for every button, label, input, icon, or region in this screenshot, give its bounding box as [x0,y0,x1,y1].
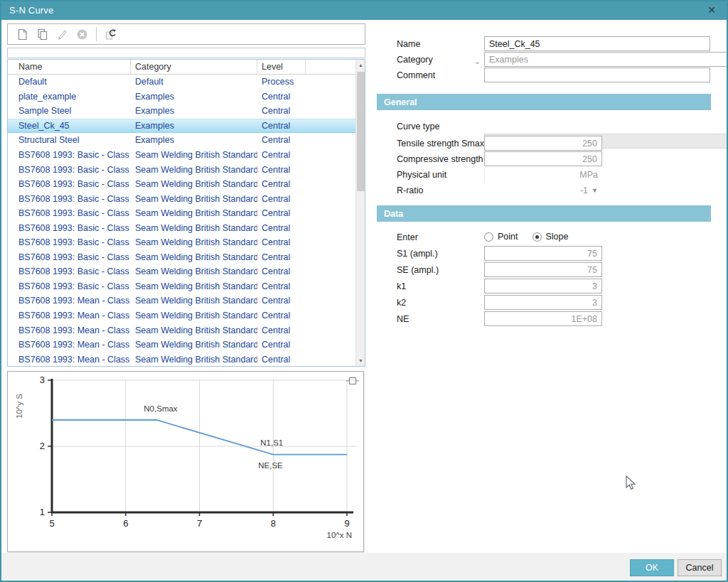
tensile-strength-input[interactable] [484,136,602,151]
refresh-library-button[interactable] [101,26,121,43]
list-scrollbar[interactable]: ▲ ▼ [355,60,365,366]
enter-radio-group: Point Slope [484,230,578,244]
compressive-field-wrap [484,151,602,166]
tensile-field-wrap [484,136,602,151]
s1-field-wrap [484,246,602,261]
fit-view-icon[interactable] [346,376,359,386]
list-item[interactable]: BS7608 1993: Basic - Class C Seam Weldin… [8,162,355,177]
new-document-icon [16,28,28,41]
svg-text:N1,S1: N1,S1 [260,438,283,447]
r-ratio-value: -1 [580,185,588,195]
list-item[interactable]: BS7608 1993: Mean - Class B Seam Welding… [8,293,355,308]
refresh-page-icon [105,28,117,41]
category-label: Category [397,52,433,68]
comment-input[interactable] [484,68,710,82]
chart-canvas: 5678912310^x N10^y SN0,SmaxN1,S1NE,SE [8,372,363,551]
point-radio[interactable] [484,232,493,242]
se-field-wrap [484,262,602,277]
delete-item-button[interactable] [72,26,92,43]
list-item[interactable]: BS7608 1993: Basic - Class W Seam Weldin… [8,250,355,265]
physical-unit-value: MPa [484,167,602,182]
list-item[interactable]: Sample Steel Examples Central [8,104,355,119]
scrollbar-thumb[interactable] [357,72,365,191]
copy-icon [36,28,48,41]
scroll-down-icon[interactable]: ▼ [356,355,365,366]
list-item[interactable]: BS7608 1993: Basic - Class E Seam Weldin… [8,191,355,206]
r-ratio-dropdown[interactable]: -1 ▼ [484,183,602,198]
s1-input[interactable] [484,246,602,261]
k2-field-wrap [484,295,602,310]
ne-label: NE [397,311,409,327]
k1-label: k1 [397,279,406,294]
svg-text:9: 9 [344,518,349,529]
general-section-header: General [377,94,711,110]
ne-field-wrap [484,311,602,326]
list-toolbar [7,23,365,45]
compressive-strength-input[interactable] [484,151,602,166]
svg-text:8: 8 [271,518,276,529]
arrow-down-icon: ▼ [592,187,598,194]
edit-item-button[interactable] [52,26,72,43]
ne-input[interactable] [484,311,602,326]
svg-text:10^x N: 10^x N [327,531,352,539]
list-item[interactable]: Steel_Ck_45 Examples Central [8,119,355,134]
svg-text:1: 1 [40,507,45,517]
mouse-cursor [623,475,637,492]
slope-radio-label[interactable]: Slope [546,232,569,242]
curve-type-label: Curve type [397,119,439,134]
list-item[interactable]: BS7608 1993: Mean - Class E Seam Welding… [8,338,355,352]
comment-field-wrap [484,68,710,82]
column-header-level[interactable]: Level [257,60,306,74]
enter-label: Enter [397,230,418,245]
svg-text:6: 6 [123,518,128,529]
se-input[interactable] [484,262,602,277]
point-radio-label[interactable]: Point [498,232,518,242]
list-item[interactable]: BS7608 1993: Mean - Class C Seam Welding… [8,308,355,323]
column-header-name[interactable]: Name [8,60,131,74]
category-input[interactable] [484,52,728,67]
list-item[interactable]: Structural Steel Examples Central [8,133,355,148]
titlebar: S-N Curve ✕ [0,0,728,20]
cancel-button[interactable]: Cancel [678,559,722,576]
svg-text:N0,Smax: N0,Smax [144,404,178,413]
dialog-footer: OK Cancel [0,553,728,582]
list-item[interactable]: plate_example Examples Central [8,90,355,104]
category-combo[interactable]: ⌄ [484,55,728,65]
list-item[interactable]: BS7608 1993: Basic - Class D Seam Weldin… [8,177,355,192]
list-item[interactable]: BS7608 1993: Basic - Class T Seam Weldin… [8,279,355,294]
copy-item-button[interactable] [32,26,52,43]
column-header-category[interactable]: Category [131,60,257,74]
list-item[interactable]: BS7608 1993: Mean - Class D Seam Welding… [8,323,355,338]
k2-label: k2 [397,295,406,311]
svg-text:10^y S: 10^y S [15,394,23,419]
name-field-wrap [484,36,710,51]
list-header: Name Category Level [8,60,365,75]
list-item[interactable]: BS7608 1993: Mean - Class F Seam Welding… [8,352,355,366]
list-item[interactable]: BS7608 1993: Basic - Class F Seam Weldin… [8,206,355,221]
list-item[interactable]: BS7608 1993: Basic - Class G Seam Weldin… [8,235,355,250]
list-item[interactable]: BS7608 1993: Basic - Class F2 Seam Weldi… [8,220,355,235]
new-item-button[interactable] [12,26,32,43]
sn-curve-list: Name Category Level Default Default Proc… [7,59,365,367]
comment-label: Comment [397,68,435,83]
delete-circle-icon [76,28,88,41]
list-item[interactable]: Default Default Process [8,75,355,90]
svg-text:NE,SE: NE,SE [258,461,283,470]
toolbar-separator [96,27,97,41]
scroll-up-icon[interactable]: ▲ [356,60,365,70]
data-section-header: Data [377,205,711,222]
s1-label: S1 (ampl.) [397,246,438,262]
ok-button[interactable]: OK [630,559,674,576]
slope-radio[interactable] [532,232,542,242]
k2-input[interactable] [484,295,602,310]
list-item[interactable]: BS7608 1993: Basic - Class S Seam Weldin… [8,264,355,279]
svg-text:3: 3 [40,374,45,385]
se-label: SE (ampl.) [397,262,439,278]
r-ratio-label: R-ratio [397,183,424,198]
name-input[interactable] [484,36,710,51]
name-label: Name [397,36,420,52]
k1-input[interactable] [484,279,602,293]
close-icon[interactable]: ✕ [701,0,722,20]
list-filter-row[interactable] [7,48,365,58]
list-item[interactable]: BS7608 1993: Basic - Class B Seam Weldin… [8,148,355,163]
